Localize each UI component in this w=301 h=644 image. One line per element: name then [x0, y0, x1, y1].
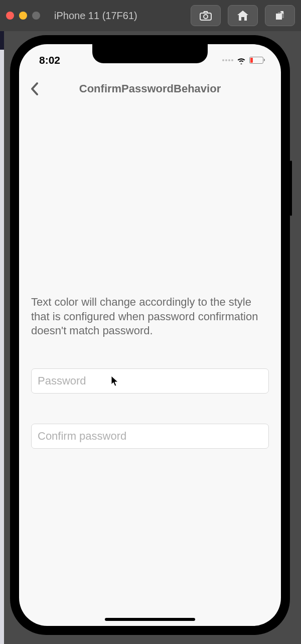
- cellular-signal-icon: [222, 59, 233, 61]
- status-time: 8:02: [39, 54, 60, 66]
- home-indicator[interactable]: [105, 618, 195, 621]
- window-title: iPhone 11 (17F61): [54, 10, 186, 22]
- wifi-icon: [236, 57, 246, 64]
- background-desktop-peek: [0, 31, 4, 644]
- phone-frame: 8:02: [10, 35, 290, 635]
- phone-side-button: [290, 161, 292, 216]
- simulator-titlebar: iPhone 11 (17F61): [0, 0, 301, 31]
- password-field[interactable]: [31, 368, 269, 394]
- window-zoom-button[interactable]: [32, 12, 40, 20]
- share-button[interactable]: [265, 5, 295, 26]
- simulator-toolbar: [191, 5, 295, 26]
- camera-icon: [199, 10, 212, 21]
- battery-level-low: [250, 58, 253, 63]
- content-area: Text color will change accordingly to th…: [31, 295, 269, 479]
- traffic-lights: [6, 12, 40, 20]
- back-button[interactable]: [27, 81, 42, 96]
- share-icon: [274, 10, 286, 22]
- svg-point-1: [204, 15, 208, 19]
- navigation-bar: ConfirmPasswordBehavior: [19, 75, 281, 102]
- phone-screen: 8:02: [19, 44, 281, 626]
- home-button[interactable]: [228, 5, 258, 26]
- battery-icon: [249, 57, 263, 64]
- window-minimize-button[interactable]: [19, 12, 27, 20]
- description-text: Text color will change accordingly to th…: [31, 295, 269, 338]
- page-title: ConfirmPasswordBehavior: [19, 82, 281, 95]
- phone-notch: [92, 44, 208, 63]
- home-icon: [236, 10, 249, 22]
- window-close-button[interactable]: [6, 12, 14, 20]
- status-indicators: [222, 57, 263, 64]
- confirm-password-field[interactable]: [31, 424, 269, 449]
- chevron-left-icon: [30, 82, 39, 96]
- screenshot-button[interactable]: [191, 5, 221, 26]
